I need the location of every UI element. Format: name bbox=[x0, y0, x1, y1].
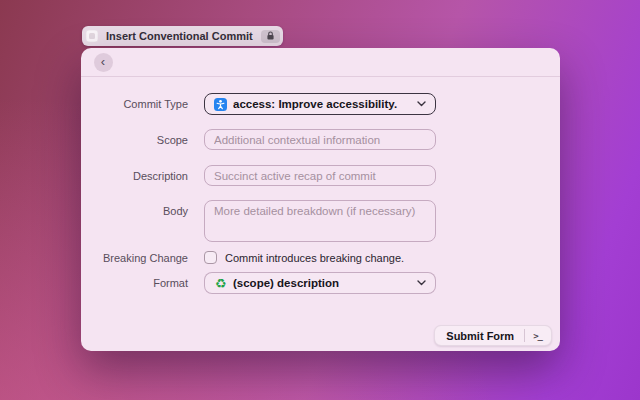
scope-input[interactable] bbox=[204, 129, 436, 150]
breaking-change-label: Breaking Change bbox=[81, 252, 188, 264]
window-header: ‹ bbox=[81, 48, 560, 77]
breaking-change-checkbox[interactable] bbox=[204, 251, 217, 264]
commit-type-row: Commit Type access: Improve accessibilit… bbox=[81, 93, 560, 115]
body-row: Body bbox=[81, 200, 560, 246]
padlock-icon bbox=[266, 31, 275, 41]
description-input[interactable] bbox=[204, 165, 436, 186]
format-value: (scope) description bbox=[233, 277, 411, 289]
lock-badge bbox=[261, 30, 280, 43]
back-button[interactable]: ‹ bbox=[94, 53, 113, 72]
commit-type-value: access: Improve accessibility. bbox=[233, 98, 411, 110]
form-window: ‹ Commit Type access: Improve accessibil… bbox=[81, 48, 560, 351]
body-label: Body bbox=[81, 200, 188, 217]
description-row: Description bbox=[81, 165, 560, 186]
command-title: Insert Conventional Commit bbox=[104, 30, 255, 42]
format-label: Format bbox=[81, 277, 188, 289]
description-label: Description bbox=[81, 170, 188, 182]
recycle-icon: ♻ bbox=[214, 277, 227, 290]
accessibility-icon bbox=[214, 98, 227, 111]
format-row: Format ♻ (scope) description bbox=[81, 272, 560, 294]
chevron-down-icon bbox=[417, 101, 426, 107]
scope-label: Scope bbox=[81, 134, 188, 146]
format-select[interactable]: ♻ (scope) description bbox=[204, 272, 436, 294]
enter-shortcut-icon: >_ bbox=[533, 331, 551, 341]
submit-form-button[interactable]: Submit Form >_ bbox=[434, 325, 552, 346]
button-divider bbox=[524, 329, 525, 342]
commit-type-label: Commit Type bbox=[81, 98, 188, 110]
command-pill[interactable]: Insert Conventional Commit bbox=[82, 26, 283, 46]
submit-form-label: Submit Form bbox=[446, 330, 514, 342]
breaking-change-row: Breaking Change Commit introduces breaki… bbox=[81, 251, 560, 264]
scope-row: Scope bbox=[81, 129, 560, 150]
body-textarea[interactable] bbox=[204, 200, 436, 242]
commit-type-select[interactable]: access: Improve accessibility. bbox=[204, 93, 436, 115]
chevron-down-icon bbox=[417, 280, 426, 286]
breaking-change-text: Commit introduces breaking change. bbox=[225, 252, 404, 264]
extension-app-icon bbox=[86, 30, 98, 42]
